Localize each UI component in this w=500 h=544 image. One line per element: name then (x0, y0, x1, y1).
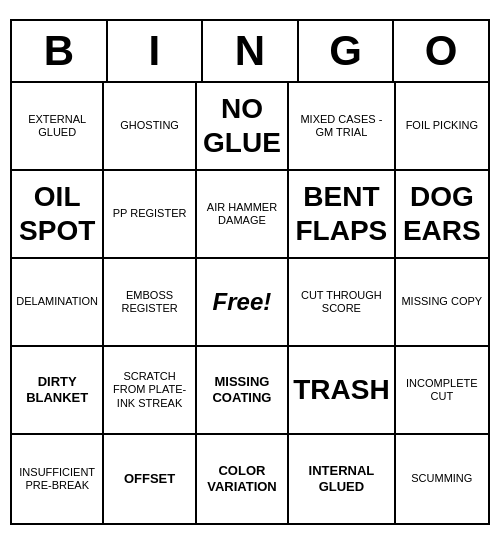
cell-text-18: TRASH (293, 373, 389, 407)
cell-text-9: DOG EARS (400, 180, 484, 247)
cell-text-24: SCUMMING (411, 472, 472, 485)
bingo-cell-7: AIR HAMMER DAMAGE (197, 171, 289, 259)
header-letter-o: O (394, 21, 488, 81)
bingo-cell-4: FOIL PICKING (396, 83, 488, 171)
cell-text-13: CUT THROUGH SCORE (293, 289, 389, 315)
bingo-cell-13: CUT THROUGH SCORE (289, 259, 395, 347)
bingo-cell-18: TRASH (289, 347, 395, 435)
header-letter-b: B (12, 21, 108, 81)
header-letter-n: N (203, 21, 299, 81)
bingo-cell-8: BENT FLAPS (289, 171, 395, 259)
cell-text-10: DELAMINATION (16, 295, 98, 308)
bingo-cell-0: EXTERNAL GLUED (12, 83, 104, 171)
bingo-cell-11: EMBOSS REGISTER (104, 259, 196, 347)
bingo-cell-17: MISSING COATING (197, 347, 289, 435)
bingo-cell-16: SCRATCH FROM PLATE-INK STREAK (104, 347, 196, 435)
bingo-grid: EXTERNAL GLUEDGHOSTINGNO GLUEMIXED CASES… (12, 83, 488, 523)
cell-text-8: BENT FLAPS (293, 180, 389, 247)
cell-text-12: Free! (213, 288, 272, 317)
cell-text-7: AIR HAMMER DAMAGE (201, 201, 283, 227)
header-letter-g: G (299, 21, 395, 81)
bingo-cell-1: GHOSTING (104, 83, 196, 171)
cell-text-22: COLOR VARIATION (201, 463, 283, 494)
cell-text-17: MISSING COATING (201, 374, 283, 405)
bingo-cell-21: OFFSET (104, 435, 196, 523)
cell-text-5: OIL SPOT (16, 180, 98, 247)
header-letter-i: I (108, 21, 204, 81)
cell-text-20: INSUFFICIENT PRE-BREAK (16, 466, 98, 492)
bingo-cell-20: INSUFFICIENT PRE-BREAK (12, 435, 104, 523)
cell-text-14: MISSING COPY (401, 295, 482, 308)
bingo-cell-14: MISSING COPY (396, 259, 488, 347)
bingo-cell-6: PP REGISTER (104, 171, 196, 259)
cell-text-15: DIRTY BLANKET (16, 374, 98, 405)
cell-text-0: EXTERNAL GLUED (16, 113, 98, 139)
bingo-cell-23: INTERNAL GLUED (289, 435, 395, 523)
cell-text-19: INCOMPLETE CUT (400, 377, 484, 403)
cell-text-6: PP REGISTER (113, 207, 187, 220)
bingo-cell-22: COLOR VARIATION (197, 435, 289, 523)
bingo-cell-3: MIXED CASES - GM TRIAL (289, 83, 395, 171)
cell-text-3: MIXED CASES - GM TRIAL (293, 113, 389, 139)
bingo-cell-10: DELAMINATION (12, 259, 104, 347)
bingo-card: BINGO EXTERNAL GLUEDGHOSTINGNO GLUEMIXED… (10, 19, 490, 525)
bingo-cell-5: OIL SPOT (12, 171, 104, 259)
bingo-cell-19: INCOMPLETE CUT (396, 347, 488, 435)
bingo-header: BINGO (12, 21, 488, 83)
bingo-cell-9: DOG EARS (396, 171, 488, 259)
bingo-cell-2: NO GLUE (197, 83, 289, 171)
cell-text-4: FOIL PICKING (406, 119, 478, 132)
bingo-cell-24: SCUMMING (396, 435, 488, 523)
cell-text-23: INTERNAL GLUED (293, 463, 389, 494)
cell-text-1: GHOSTING (120, 119, 179, 132)
cell-text-16: SCRATCH FROM PLATE-INK STREAK (108, 370, 190, 410)
cell-text-21: OFFSET (124, 471, 175, 487)
bingo-cell-12: Free! (197, 259, 289, 347)
cell-text-11: EMBOSS REGISTER (108, 289, 190, 315)
bingo-cell-15: DIRTY BLANKET (12, 347, 104, 435)
cell-text-2: NO GLUE (201, 92, 283, 159)
